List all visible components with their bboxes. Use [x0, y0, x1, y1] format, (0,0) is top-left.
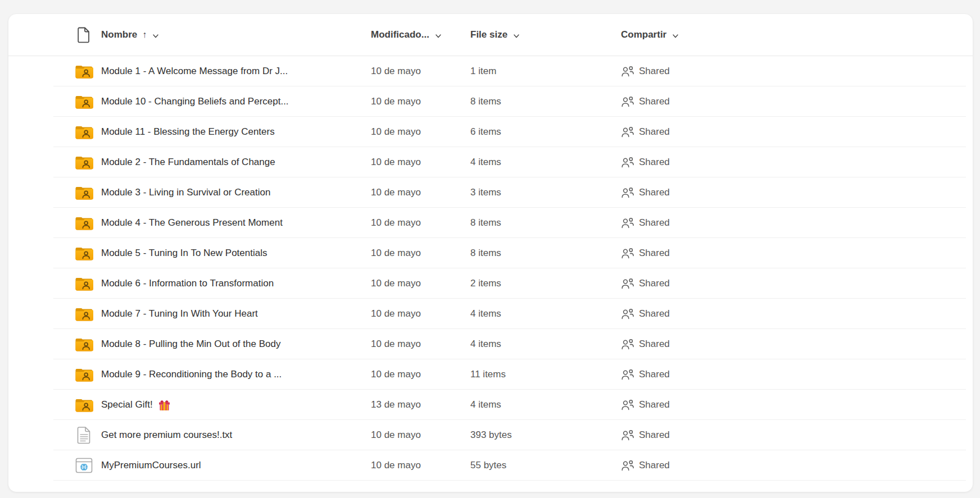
file-name-cell[interactable]: Module 10 - Changing Beliefs and Percept… — [101, 96, 371, 107]
shared-folder-icon — [75, 246, 93, 261]
column-header-size[interactable]: File size — [470, 29, 621, 40]
modified-cell: 10 de mayo — [371, 66, 470, 77]
file-name: Module 10 - Changing Beliefs and Percept… — [101, 96, 289, 107]
share-cell[interactable]: Shared — [621, 430, 973, 441]
file-row[interactable]: Module 11 - Blessing the Energy Centers … — [8, 117, 973, 147]
list-header: Nombre ↑ Modificado... File size Compart… — [8, 14, 973, 56]
chevron-down-icon[interactable] — [152, 32, 160, 40]
share-label: Shared — [639, 430, 670, 441]
shared-folder-icon — [75, 94, 93, 109]
modified-cell: 10 de mayo — [371, 308, 470, 319]
file-name-cell[interactable]: Module 9 - Reconditioning the Body to a … — [101, 369, 371, 380]
share-label: Shared — [639, 157, 670, 168]
share-cell[interactable]: Shared — [621, 339, 973, 350]
file-type-header-icon — [66, 26, 101, 43]
column-label: Nombre — [101, 29, 137, 40]
chevron-down-icon[interactable] — [672, 32, 679, 40]
share-cell[interactable]: Shared — [621, 187, 973, 199]
column-label: File size — [470, 29, 507, 40]
text-file-icon — [76, 426, 92, 445]
file-name-cell[interactable]: Module 6 - Information to Transformation — [101, 278, 371, 289]
modified-cell: 10 de mayo — [371, 430, 470, 441]
column-header-name[interactable]: Nombre ↑ — [101, 29, 371, 40]
file-name-cell[interactable]: Module 4 - The Generous Present Moment — [101, 217, 371, 229]
file-type-icon-cell — [66, 155, 101, 170]
share-label: Shared — [639, 460, 670, 471]
shared-folder-icon — [75, 155, 93, 170]
file-type-icon-cell — [66, 125, 101, 140]
file-type-icon-cell — [66, 458, 101, 473]
file-name-cell[interactable]: Module 7 - Tuning In With Your Heart — [101, 308, 371, 319]
file-name: Module 7 - Tuning In With Your Heart — [101, 308, 258, 319]
file-name-cell[interactable]: Special Gift! — [101, 399, 371, 411]
share-label: Shared — [639, 278, 670, 289]
file-list-card: Nombre ↑ Modificado... File size Compart… — [8, 14, 973, 492]
url-file-icon — [75, 458, 93, 473]
share-cell[interactable]: Shared — [621, 460, 973, 472]
file-row[interactable]: Module 8 - Pulling the Min Out of the Bo… — [8, 329, 973, 359]
file-name-cell[interactable]: Module 5 - Tuning In To New Potentials — [101, 248, 371, 259]
file-row[interactable]: Module 6 - Information to Transformation… — [8, 268, 973, 299]
file-name-cell[interactable]: Module 1 - A Welcome Message from Dr J..… — [101, 66, 371, 77]
people-icon — [621, 187, 634, 199]
people-icon — [621, 217, 634, 229]
column-label: Modificado... — [371, 29, 429, 40]
share-cell[interactable]: Shared — [621, 96, 973, 108]
file-row[interactable]: Module 1 - A Welcome Message from Dr J..… — [8, 56, 973, 86]
size-cell: 8 items — [470, 96, 621, 107]
share-cell[interactable]: Shared — [621, 217, 973, 229]
size-cell: 11 items — [470, 369, 621, 380]
share-cell[interactable]: Shared — [621, 308, 973, 320]
modified-cell: 10 de mayo — [371, 96, 470, 107]
shared-folder-icon — [75, 367, 93, 382]
share-cell[interactable]: Shared — [621, 399, 973, 411]
share-label: Shared — [639, 187, 670, 198]
file-name-cell[interactable]: Module 11 - Blessing the Energy Centers — [101, 126, 371, 138]
share-cell[interactable]: Shared — [621, 157, 973, 168]
file-type-icon-cell — [66, 185, 101, 200]
share-label: Shared — [639, 96, 670, 107]
file-type-icon-cell — [66, 94, 101, 109]
column-label: Compartir — [621, 29, 666, 40]
share-label: Shared — [639, 399, 670, 410]
file-row[interactable]: Module 2 - The Fundamentals of Change 10… — [8, 147, 973, 177]
file-row[interactable]: Module 4 - The Generous Present Moment 1… — [8, 208, 973, 238]
column-header-share[interactable]: Compartir — [621, 29, 973, 40]
modified-cell: 10 de mayo — [371, 126, 470, 138]
file-row[interactable]: Special Gift! 13 de mayo 4 items — [8, 390, 973, 420]
shared-folder-icon — [75, 216, 93, 231]
file-row[interactable]: Get more premium courses!.txt 10 de mayo… — [8, 420, 973, 450]
file-row[interactable]: Module 5 - Tuning In To New Potentials 1… — [8, 238, 973, 268]
share-cell[interactable]: Shared — [621, 278, 973, 290]
people-icon — [621, 369, 634, 381]
share-label: Shared — [639, 339, 670, 350]
gift-icon — [158, 399, 170, 411]
file-name-cell[interactable]: Get more premium courses!.txt — [101, 430, 371, 441]
column-header-modified[interactable]: Modificado... — [371, 29, 470, 40]
size-cell: 8 items — [470, 217, 621, 229]
file-name-cell[interactable]: Module 3 - Living in Survival or Creatio… — [101, 187, 371, 198]
share-cell[interactable]: Shared — [621, 66, 973, 77]
share-label: Shared — [639, 369, 670, 380]
file-row[interactable]: Module 10 - Changing Beliefs and Percept… — [8, 86, 973, 117]
file-row[interactable]: Module 3 - Living in Survival or Creatio… — [8, 177, 973, 208]
share-cell[interactable]: Shared — [621, 248, 973, 259]
file-name-cell[interactable]: Module 8 - Pulling the Min Out of the Bo… — [101, 339, 371, 350]
share-cell[interactable]: Shared — [621, 126, 973, 138]
size-cell: 393 bytes — [470, 430, 621, 441]
file-row[interactable]: Module 9 - Reconditioning the Body to a … — [8, 359, 973, 390]
file-name-cell[interactable]: MyPremiumCourses.url — [101, 460, 371, 471]
chevron-down-icon[interactable] — [512, 32, 520, 40]
share-cell[interactable]: Shared — [621, 369, 973, 381]
file-row[interactable]: MyPremiumCourses.url 10 de mayo 55 bytes… — [8, 450, 973, 481]
file-type-icon-cell — [66, 337, 101, 352]
people-icon — [621, 66, 634, 77]
share-label: Shared — [639, 308, 670, 319]
file-type-icon-cell — [66, 367, 101, 382]
chevron-down-icon[interactable] — [434, 32, 442, 40]
file-name-cell[interactable]: Module 2 - The Fundamentals of Change — [101, 157, 371, 168]
modified-cell: 10 de mayo — [371, 248, 470, 259]
file-row[interactable]: Module 7 - Tuning In With Your Heart 10 … — [8, 299, 973, 329]
modified-cell: 10 de mayo — [371, 278, 470, 289]
size-cell: 55 bytes — [470, 460, 621, 471]
